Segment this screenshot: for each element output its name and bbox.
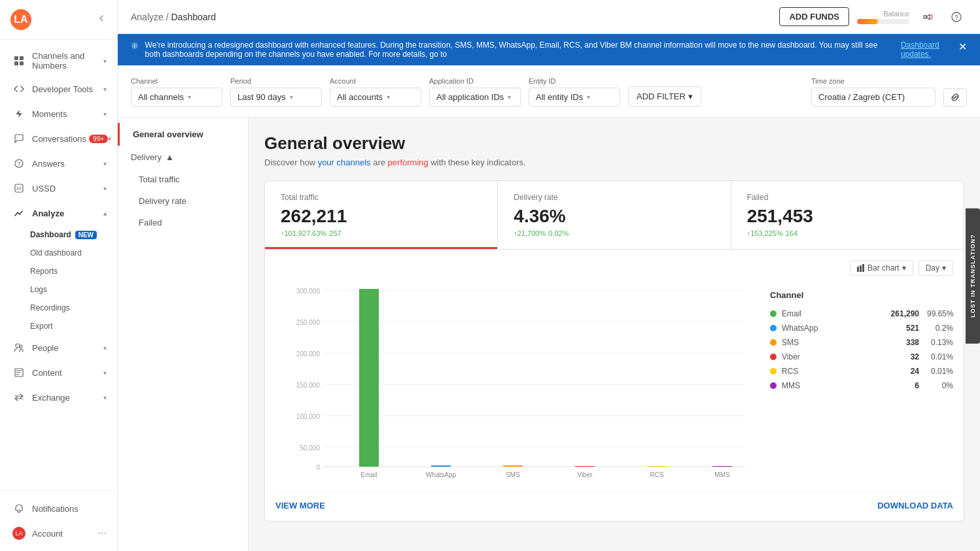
channel-filter-select[interactable]: All channels ▾ bbox=[131, 88, 222, 107]
svg-rect-1 bbox=[20, 56, 24, 60]
sidebar-item-label: Content bbox=[32, 368, 103, 378]
left-nav-delivery-section[interactable]: Delivery ▲ bbox=[118, 146, 248, 169]
whatsapp-bar bbox=[431, 465, 451, 467]
answer-icon: ? bbox=[12, 157, 26, 170]
info-banner: i We're introducing a redesigned dashboa… bbox=[118, 34, 980, 65]
more-icon: ⋯ bbox=[97, 528, 107, 539]
account-filter-select[interactable]: All accounts ▾ bbox=[330, 88, 421, 107]
banner-link[interactable]: Dashboard updates. bbox=[901, 41, 952, 59]
export-label: Export bbox=[30, 322, 53, 331]
sidebar-item-channels[interactable]: Channels and Numbers ▾ bbox=[0, 45, 117, 76]
sidebar-item-label: Channels and Numbers bbox=[32, 51, 103, 71]
stats-row: Total traffic 262,211 ↑101,927.63% 257 D… bbox=[264, 180, 964, 250]
delivery-rate-card: Delivery rate 4.36% ↑21,700% 0.02% bbox=[498, 181, 731, 249]
delivery-rate-card-label: Delivery rate bbox=[514, 193, 714, 202]
info-icon: i bbox=[131, 41, 139, 51]
chevron-down-icon: ▾ bbox=[290, 93, 293, 101]
breadcrumb-current: Dashboard bbox=[171, 12, 216, 22]
left-nav-total-traffic[interactable]: Total traffic bbox=[118, 169, 248, 190]
failed-num: 164 bbox=[786, 229, 797, 237]
chart-body: 300,000 250,000 200,000 150,000 100,000 … bbox=[275, 284, 953, 482]
sidebar-collapse-button[interactable] bbox=[96, 13, 107, 26]
sidebar-item-account[interactable]: LA Account ⋯ bbox=[0, 521, 117, 546]
sidebar: LA Channels and Numbers ▾ Developer Tool… bbox=[0, 0, 118, 551]
timezone-label: Time zone bbox=[811, 77, 936, 85]
timezone-input[interactable] bbox=[811, 88, 936, 107]
svg-text:250,000: 250,000 bbox=[296, 319, 321, 326]
balance-section: Balance bbox=[857, 10, 909, 24]
sidebar-item-content[interactable]: Content ▾ bbox=[0, 360, 117, 385]
email-value: 261,290 bbox=[880, 309, 919, 318]
add-funds-button[interactable]: ADD FUNDS bbox=[779, 7, 849, 26]
viber-name: Viber bbox=[782, 352, 880, 361]
sidebar-sub-item-logs[interactable]: Logs bbox=[30, 280, 117, 299]
dashboard-content: General overview Discover how your chann… bbox=[249, 118, 980, 551]
chart-icon bbox=[12, 207, 26, 220]
account-filter-label: Account bbox=[330, 77, 421, 85]
sidebar-item-answers[interactable]: ? Answers ▾ bbox=[0, 151, 117, 176]
content-icon bbox=[12, 366, 26, 379]
sidebar-item-people[interactable]: People ▾ bbox=[0, 335, 117, 360]
sidebar-item-label: People bbox=[32, 343, 103, 353]
entity-id-filter-select[interactable]: All entity IDs ▾ bbox=[529, 88, 620, 107]
download-data-button[interactable]: DOWNLOAD DATA bbox=[877, 501, 953, 510]
mms-value: 6 bbox=[880, 381, 919, 390]
sidebar-item-analyze[interactable]: Analyze ▴ bbox=[0, 201, 117, 225]
sidebar-item-moments[interactable]: Moments ▾ bbox=[0, 101, 117, 126]
chevron-down-icon: ▾ bbox=[688, 92, 693, 101]
sidebar-item-label: Analyze bbox=[32, 209, 103, 218]
svg-text:200,000: 200,000 bbox=[296, 350, 321, 358]
sidebar-item-conversations[interactable]: Conversations 99+ ▾ bbox=[0, 126, 117, 151]
svg-text:0: 0 bbox=[316, 464, 320, 471]
chart-legend: Channel Email 261,290 99.65% WhatsApp 52… bbox=[770, 284, 953, 482]
period-filter-select[interactable]: Last 90 days ▾ bbox=[230, 88, 322, 107]
svg-rect-15 bbox=[857, 267, 859, 272]
rcs-value: 24 bbox=[880, 367, 919, 376]
view-more-button[interactable]: VIEW MORE bbox=[275, 501, 325, 510]
help-button[interactable]: ? bbox=[946, 7, 967, 27]
chevron-down-icon: ▾ bbox=[587, 93, 590, 101]
sidebar-sub-item-old-dashboard[interactable]: Old dashboard bbox=[30, 244, 117, 262]
analyze-submenu: Dashboard NEW Old dashboard Reports Logs… bbox=[0, 225, 117, 335]
old-dashboard-label: Old dashboard bbox=[30, 248, 82, 258]
chevron-icon: ▾ bbox=[103, 110, 107, 118]
lost-translation-tab[interactable]: LOST IN TRANSLATION? bbox=[966, 208, 980, 343]
left-nav-general-overview[interactable]: General overview bbox=[118, 123, 248, 146]
reports-label: Reports bbox=[30, 267, 58, 276]
sidebar-sub-item-recordings[interactable]: Recordings bbox=[30, 299, 117, 317]
viber-value: 32 bbox=[880, 352, 919, 361]
svg-text:?: ? bbox=[954, 14, 958, 21]
mms-bar bbox=[712, 466, 732, 467]
entity-id-filter-value: All entity IDs bbox=[536, 92, 583, 102]
banner-close-button[interactable]: ✕ bbox=[958, 41, 967, 53]
day-period-button[interactable]: Day ▾ bbox=[919, 260, 953, 276]
add-filter-button[interactable]: ADD FILTER ▾ bbox=[628, 86, 701, 107]
sidebar-item-notifications[interactable]: Notifications bbox=[0, 496, 117, 521]
sidebar-item-exchange[interactable]: Exchange ▾ bbox=[0, 385, 117, 410]
bar-chart-button[interactable]: Bar chart ▾ bbox=[850, 260, 913, 276]
general-overview-label: General overview bbox=[133, 129, 203, 139]
email-bar bbox=[359, 289, 379, 467]
mute-button[interactable] bbox=[917, 7, 938, 27]
conversations-badge: 99+ bbox=[89, 135, 108, 143]
sidebar-item-ussd[interactable]: ## USSD ▾ bbox=[0, 176, 117, 201]
balance-bar bbox=[857, 19, 909, 24]
copy-link-button[interactable] bbox=[943, 88, 967, 107]
rcs-pct: 0.01% bbox=[927, 367, 953, 376]
sidebar-sub-item-dashboard[interactable]: Dashboard NEW bbox=[30, 225, 117, 244]
chat-icon bbox=[12, 132, 26, 145]
top-header: Analyze / Dashboard ADD FUNDS Balance ? bbox=[118, 0, 980, 34]
sidebar-item-developer-tools[interactable]: Developer Tools ▾ bbox=[0, 76, 117, 101]
failed-value: 251,453 bbox=[747, 206, 948, 227]
left-nav-failed[interactable]: Failed bbox=[118, 212, 248, 233]
sidebar-sub-item-export[interactable]: Export bbox=[30, 317, 117, 335]
legend-item-rcs: RCS 24 0.01% bbox=[770, 364, 953, 378]
add-filter-label: ADD FILTER bbox=[637, 92, 686, 101]
total-traffic-num: 257 bbox=[329, 229, 341, 237]
left-nav-delivery-rate[interactable]: Delivery rate bbox=[118, 190, 248, 212]
sidebar-nav: Channels and Numbers ▾ Developer Tools ▾… bbox=[0, 40, 117, 490]
app-id-filter-select[interactable]: All application IDs ▾ bbox=[429, 88, 521, 107]
sidebar-footer: Notifications LA Account ⋯ bbox=[0, 490, 117, 551]
delivery-rate-label: Delivery rate bbox=[139, 196, 186, 206]
sidebar-sub-item-reports[interactable]: Reports bbox=[30, 262, 117, 280]
